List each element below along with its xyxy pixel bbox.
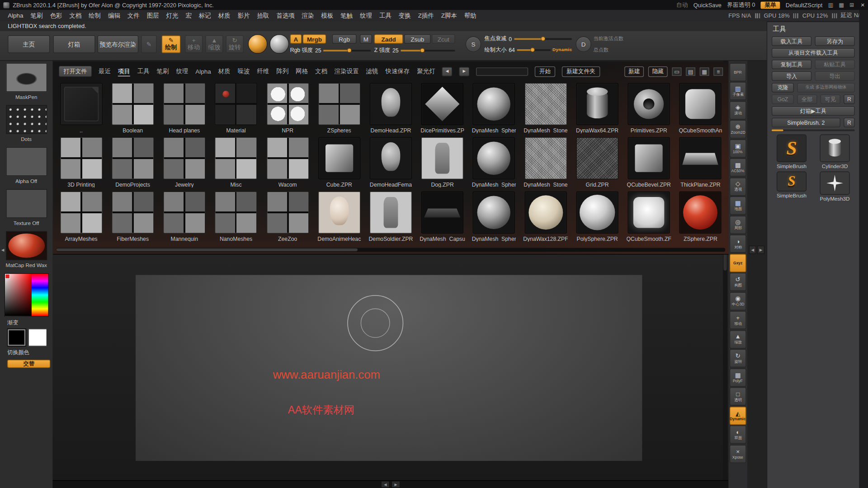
tool-inventory-item[interactable]: SimpleBrush [772,135,811,169]
lightbox-tab[interactable]: 滤镜 [366,67,378,76]
lightbox-item[interactable]: DynaWax128.ZPF [520,192,571,242]
export-button[interactable]: 导出 [815,71,854,81]
menu-item[interactable]: 变换 [399,11,411,19]
lightbox-tab[interactable]: 纹理 [176,67,188,76]
menu-item[interactable]: 绘制 [89,11,101,19]
left-shelf-slot[interactable]: MaskPen [0,63,52,100]
lightbox-item[interactable]: DynaMesh_Capsu [417,192,468,242]
right-shelf-button[interactable]: BPR [730,63,746,81]
lightbox-prev-icon[interactable]: ◀ [442,67,452,76]
lightbox-item[interactable]: FiberMeshes [107,192,159,242]
lightbox-tab[interactable]: 纤维 [257,67,269,76]
lightbox-tab[interactable]: 渲染设置 [335,67,359,76]
lightbox-item[interactable]: Mannequin [159,192,210,242]
list-view-icon[interactable]: ≡ [713,67,723,75]
lightbox-tab[interactable]: 项目 [118,67,130,76]
mode-mrgb-button[interactable]: Mrgb [303,34,326,44]
secondary-color-swatch[interactable] [28,328,47,346]
collapse-right-icon[interactable]: ▶ [757,246,764,254]
lightbox-item[interactable]: DynaMesh_Spher [468,83,520,133]
lightbox-item[interactable]: PolySphere.ZPR [571,192,623,242]
quicksave-button[interactable]: QuickSave [693,2,722,9]
lightbox-item[interactable]: Primitives.ZPR [623,83,675,133]
menu-item[interactable]: 笔触 [340,11,353,19]
color-saturation-square[interactable] [5,274,31,316]
right-shelf-button[interactable]: ◎ 局部 [730,216,746,234]
load-tool-button[interactable]: 载入工具 [772,37,811,46]
tool-inventory-item[interactable]: PolyMesh3D [815,172,854,202]
right-shelf-button[interactable]: ▲ 缩放 [730,330,746,348]
goz-button[interactable]: GoZ [772,94,794,104]
tool-inventory-item[interactable]: SimpleBrush [772,172,811,202]
right-shelf-button[interactable]: ▩ AC50% [730,158,746,176]
document-viewport[interactable]: www.aaruanjian.com AA软件素材网 [136,275,642,461]
one-row-view-icon[interactable]: ▤ [686,67,695,75]
menu-toggle-button[interactable]: 菜单 [761,1,780,9]
menu-item[interactable]: 影片 [237,11,250,19]
z-intensity-slider[interactable]: Z 强度 25 [374,47,455,54]
right-shelf-button[interactable]: ▥ 子像素 [730,82,746,100]
lightbox-item[interactable]: DemoHead.ZPR [365,83,416,133]
left-shelf-slot[interactable]: MatCap Red Wax [0,231,52,268]
sculptris-pro-button[interactable]: S [466,37,481,52]
lightbox-tab[interactable]: Alpha [195,68,211,75]
lightbox-tab[interactable]: 最近 [99,67,111,76]
lightbox-item[interactable]: Cube.ZPR [313,137,365,188]
lightbox-button[interactable]: 灯箱 [53,35,95,53]
lightbox-scrollbar[interactable] [57,248,725,252]
tool-inventory-item[interactable]: Cylinder3D [815,135,854,169]
right-shelf-button[interactable]: ◉ 中心3D [730,292,746,310]
lightbox-item[interactable]: DemoProjects [107,137,159,188]
lightbox-play-icon[interactable]: ▶ [459,67,469,76]
save-as-button[interactable]: 另存为 [815,37,854,46]
menu-item[interactable]: 灯光 [166,11,179,19]
main-color-swatch[interactable] [7,328,26,346]
right-shelf-button[interactable]: ▣ 100% [730,139,746,157]
lightbox-item[interactable]: Boolean [107,83,159,133]
menu-item[interactable]: 材质 [218,11,231,19]
dynamic-label[interactable]: Dynamic [552,47,572,52]
right-shelf-button[interactable]: ◐ 双面 [730,426,746,444]
canvas-horizontal-scrollbar[interactable]: ◀ ▶ [52,480,728,488]
current-color-preview[interactable] [269,34,289,54]
lightbox-item[interactable]: ArrayMeshes [55,192,107,242]
current-material-preview[interactable] [248,34,268,54]
edit-icon[interactable]: ✎ [141,35,156,53]
load-from-project-button[interactable]: 从项目文件载入工具 [772,48,855,58]
lightbox-item[interactable]: NPR [262,83,313,133]
menu-item[interactable]: 模板 [321,11,333,19]
menu-item[interactable]: 渲染 [302,11,314,19]
lightbox-item[interactable]: DicePrimitives.ZP [417,83,468,133]
right-shelf-button[interactable]: Gxyz [730,253,746,272]
lightbox-item[interactable]: DynaMesh_Spher [468,192,520,242]
menu-item[interactable]: 文件 [127,11,140,19]
right-shelf-button[interactable]: ↺ 构图 [730,273,746,291]
menu-item[interactable]: 宏 [185,11,191,19]
menu-item[interactable]: 文档 [69,11,81,19]
right-shelf-button[interactable]: ⊕ Zoom2D [730,120,746,138]
right-shelf-button[interactable]: ▦ 地面 [730,197,746,215]
preview-boolean-button[interactable]: 预览布尔渲染 [98,35,139,53]
menu-item[interactable]: 纹理 [360,11,372,19]
lightbox-item[interactable]: ThickPlane.ZPR [675,137,726,188]
right-shelf-button[interactable]: ↻ 旋转 [730,349,746,367]
copy-tool-button[interactable]: 复制工具 [772,60,811,69]
lightbox-item[interactable]: Grid.ZPR [571,137,623,188]
home-button[interactable]: 主页 [8,35,50,53]
lightbox-item[interactable]: Jewelry [159,137,210,188]
lightbox-item[interactable]: DemoSoldier.ZPR [365,192,416,242]
ui-opacity-slider[interactable]: 界面透明 0 [727,1,755,9]
tool-palette-title[interactable]: 工具 [773,24,854,34]
color-picker[interactable] [4,273,48,317]
current-tool-slider[interactable]: SimpleBrush. 2 [772,118,840,127]
lightbox-item[interactable]: Misc [210,137,262,188]
left-shelf-slot[interactable]: Alpha Off [0,147,52,184]
lightbox-item[interactable]: DynaWax64.ZPR [571,83,623,133]
lightbox-tab[interactable]: 聚光灯 [417,67,435,76]
menu-item[interactable]: Z脚本 [441,11,457,19]
right-shelf-button[interactable]: ▦ PolyF [730,368,746,386]
menu-item[interactable]: 标记 [199,11,211,19]
menu-item[interactable]: 首选项 [276,11,294,19]
tray-collapse-handle[interactable]: ◀ ▶ [749,246,764,254]
start-button[interactable]: 开始 [535,66,555,76]
